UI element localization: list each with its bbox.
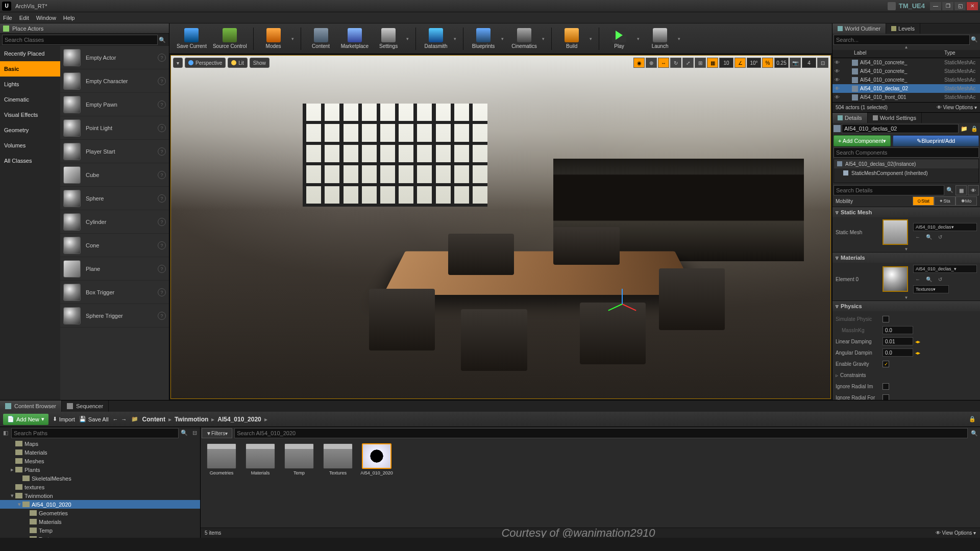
viewport-scale-button[interactable]: ⤢ (682, 58, 694, 68)
outliner-row[interactable]: 👁AI54_010_front_001StaticMeshAc (832, 93, 980, 102)
place-category-visual-effects[interactable]: Visual Effects (0, 107, 60, 122)
search-components[interactable] (834, 147, 979, 158)
place-item-player-start[interactable]: Player Start? (60, 140, 169, 163)
browse-icon[interactable]: 🔍 (924, 233, 934, 242)
menu-window[interactable]: Window (36, 15, 56, 21)
place-item-sphere-trigger[interactable]: Sphere Trigger? (60, 304, 169, 328)
visibility-icon[interactable]: 👁 (834, 86, 841, 91)
place-item-empty-pawn[interactable]: Empty Pawn? (60, 93, 169, 116)
asset-search[interactable] (234, 428, 968, 438)
asset-textures[interactable]: Textures (321, 443, 355, 523)
breadcrumb-twinmotion[interactable]: Twinmotion (175, 416, 208, 423)
viewport-perspective-button[interactable]: Perspective (185, 58, 226, 68)
toolbar-play-button[interactable]: Play (603, 25, 635, 53)
viewport-scale-snap-button[interactable]: % (762, 58, 773, 68)
viewport-angle-snap-button[interactable]: ∠ (734, 58, 746, 68)
outliner-row[interactable]: 👁AI54_010_concrete_StaticMeshAc (832, 67, 980, 76)
asset-ai54_010_2020[interactable]: AI54_​010_2020 (360, 443, 394, 523)
mobility-movable[interactable]: ✺ Mo (955, 196, 977, 206)
physics-section[interactable]: ▿ Physics (832, 301, 980, 311)
viewport-show-button[interactable]: Show (250, 58, 270, 68)
static-mesh-thumbnail[interactable] (883, 219, 908, 245)
asset-geometries[interactable]: Geometries (205, 443, 238, 523)
viewport-translate-button[interactable]: ↔ (658, 58, 669, 68)
restore-button[interactable]: ◱ (954, 2, 966, 10)
search-details[interactable] (834, 185, 944, 195)
lock-icon[interactable]: 🔒 (968, 415, 977, 424)
menu-help[interactable]: Help (63, 15, 75, 21)
mobility-static[interactable]: ⊙ Stat (913, 196, 934, 206)
static-mesh-combo[interactable]: AI54_010_declas ▾ (913, 223, 977, 231)
minimize-button[interactable]: — (930, 2, 941, 10)
asset-temp[interactable]: Temp (282, 443, 316, 523)
toolbar-dropdown[interactable]: ▾ (291, 36, 297, 41)
visibility-icon[interactable]: 👁 (834, 60, 841, 65)
tree-item-textures[interactable]: Textures (0, 535, 200, 538)
viewport-options-button[interactable]: ▾ (173, 58, 183, 68)
transform-gizmo-icon[interactable] (606, 289, 637, 319)
toolbar-dropdown[interactable]: ▾ (678, 36, 683, 41)
help-icon[interactable]: ? (158, 124, 166, 132)
viewport-game-button[interactable]: ◉ (633, 58, 645, 68)
help-icon[interactable]: ? (158, 77, 166, 85)
outliner-row[interactable]: 👁AI54_010_declas_02StaticMeshAc (832, 84, 980, 93)
scale-snap-value[interactable]: 0.25 (774, 58, 789, 68)
place-actors-tab[interactable]: Place Actors (0, 23, 169, 34)
tree-item-twinmotion[interactable]: ▾Twinmotion (0, 491, 200, 500)
tree-item-ai54_010_2020[interactable]: ▾AI54_010_2020 (0, 500, 200, 509)
grid-snap-value[interactable]: 10 (719, 58, 733, 68)
help-icon[interactable]: ? (158, 241, 166, 249)
tree-item-textures[interactable]: textures (0, 483, 200, 491)
outliner-label-header[interactable]: Label (854, 50, 944, 58)
place-item-cone[interactable]: Cone? (60, 234, 169, 257)
toolbar-launch-button[interactable]: Launch (644, 25, 676, 53)
outliner-row[interactable]: 👁AI54_010_concrete_StaticMeshAc (832, 58, 980, 67)
sources-toggle-icon[interactable]: ◧ (1, 428, 10, 437)
textures-button[interactable]: Textures ▾ (913, 285, 949, 293)
help-icon[interactable]: ? (158, 218, 166, 226)
world-outliner-tab[interactable]: World Outliner (832, 23, 886, 34)
eye-icon[interactable]: 👁 (968, 185, 979, 195)
browse-asset-icon[interactable]: 📁 (960, 124, 969, 133)
tree-item-skeletalmeshes[interactable]: SkeletalMeshes (0, 474, 200, 483)
material-thumbnail[interactable] (883, 266, 908, 292)
simulate-physics-checkbox[interactable] (883, 316, 889, 322)
help-icon[interactable]: ? (158, 288, 166, 296)
toolbar-dropdown[interactable]: ▾ (501, 36, 506, 41)
tree-item-materials[interactable]: Materials (0, 448, 200, 457)
tree-item-temp[interactable]: Temp (0, 526, 200, 535)
toolbar-content-button[interactable]: Content (305, 25, 337, 53)
use-selected-icon[interactable]: ← (913, 233, 922, 242)
help-icon[interactable]: ? (158, 147, 166, 156)
camera-speed-value[interactable]: 4 (802, 58, 816, 68)
material-combo[interactable]: AI54_010_declas_ ▾ (913, 265, 977, 273)
levels-tab[interactable]: Levels (886, 23, 920, 34)
toolbar-save-current-button[interactable]: Save Current (175, 25, 209, 53)
ignore-radial-force-checkbox[interactable] (883, 394, 889, 400)
collapse-icon[interactable]: ⊟ (190, 428, 199, 437)
toolbar-settings-button[interactable]: Settings (373, 25, 404, 53)
place-item-box-trigger[interactable]: Box Trigger? (60, 281, 169, 304)
toolbar-dropdown[interactable]: ▾ (406, 36, 411, 41)
help-icon[interactable]: ? (158, 265, 166, 273)
component-child[interactable]: StaticMeshComponent (Inherited) (834, 168, 978, 178)
visibility-icon[interactable]: 👁 (834, 94, 841, 100)
add-component-button[interactable]: + Add Component ▾ (834, 135, 891, 146)
property-matrix-button[interactable]: ▦ (955, 185, 967, 195)
ignore-radial-impulse-checkbox[interactable] (883, 383, 889, 390)
breadcrumb-ai54_010_2020[interactable]: AI54_010_2020 (217, 416, 261, 423)
component-root[interactable]: AI54_010_declas_02(Instance) (834, 159, 978, 168)
toolbar-datasmith-button[interactable]: Datasmith (420, 25, 452, 53)
reset-icon[interactable]: ↺ (936, 274, 945, 284)
menu-edit[interactable]: Edit (19, 15, 29, 21)
history-back-button[interactable]: ← (113, 416, 118, 422)
mobility-stationary[interactable]: ✦ Sta (934, 196, 955, 206)
place-category-volumes[interactable]: Volumes (0, 138, 60, 153)
history-forward-button[interactable]: → (121, 416, 127, 422)
viewport-coord-button[interactable]: ⊞ (695, 58, 706, 68)
world-settings-tab[interactable]: World Settings (868, 113, 922, 123)
toolbar-dropdown[interactable]: ▾ (454, 36, 459, 41)
help-icon[interactable]: ? (158, 54, 166, 62)
tree-item-materials[interactable]: Materials (0, 517, 200, 526)
toolbar-modes-button[interactable]: Modes (258, 25, 289, 53)
